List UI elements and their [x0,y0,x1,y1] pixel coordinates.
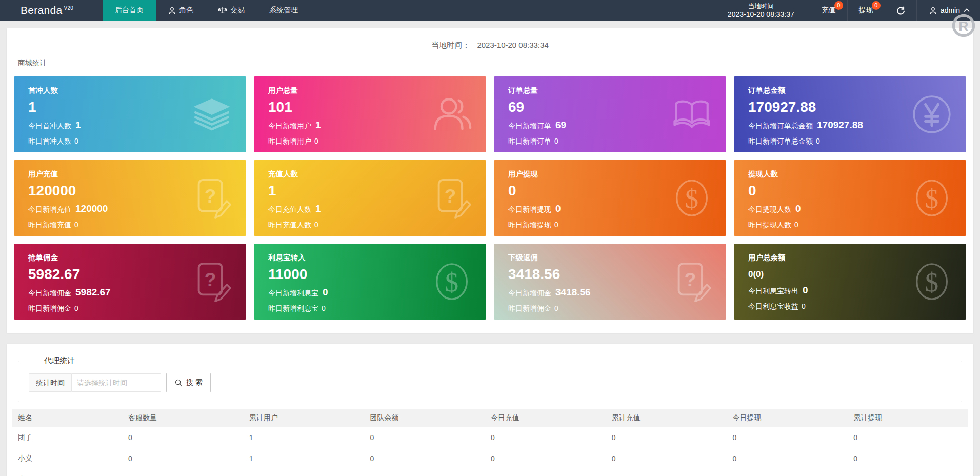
users-icon [431,93,473,135]
stat-card: 订单总金额170927.88今日新增订单总金额170927.88昨日新增订单总金… [734,76,966,152]
yuan-icon [911,93,953,135]
card-line: 昨日新增利息宝0 [268,303,430,313]
card-line: 昨日新增充值0 [28,220,190,230]
card-line-label: 昨日新增用户 [268,137,311,145]
card-value: 11000 [268,267,430,282]
table-header-cell: 累计用户 [243,409,364,427]
card-line-value: 0 [816,137,820,145]
card-line-value: 170927.88 [817,120,863,130]
table-cell: 0 [727,448,848,469]
card-title: 用户总余额 [748,253,910,263]
card-line-label: 昨日新增订单总金额 [748,137,813,145]
dollar-icon: $ [911,177,953,219]
section-title: 商城统计 [18,58,966,68]
svg-text:?: ? [445,185,456,207]
card-line: 昨日首冲人数0 [28,136,190,146]
main-content: 当地时间： 2023-10-20 08:33:34 商城统计 首冲人数1今日首冲… [0,21,980,476]
card-value: 3418.56 [508,267,670,282]
edit-doc-icon: ? [671,261,713,303]
withdraw-button[interactable]: 提现 0 [847,0,885,21]
card-line-value: 0 [74,137,78,145]
card-title: 用户总量 [268,86,430,95]
chevron-up-icon [964,8,970,12]
table-row: 小洋0100000 [12,469,968,476]
stat-time-input[interactable] [72,373,161,392]
card-line: 今日充值人数1 [268,204,430,214]
stat-card: 利息宝转入11000今日新增利息宝0昨日新增利息宝0 $ [254,244,486,320]
recharge-label: 充值 [822,6,836,15]
card-value: 120000 [28,183,190,199]
nav-item-label: 系统管理 [269,6,298,15]
table-cell: 0 [122,427,243,448]
top-navbar: Beranda V20 后台首页 角色 交易系统管理 当地时间 2023-10-… [0,0,980,21]
card-line-label: 今日新增订单总金额 [748,122,813,130]
card-line-value: 3418.56 [555,287,591,298]
card-value: 1 [28,100,190,115]
card-line-value: 0 [322,304,326,312]
table-cell: 0 [122,448,243,469]
card-line: 今日首冲人数1 [28,120,190,131]
stats-grid: 首冲人数1今日首冲人数1昨日首冲人数0 用户总量101今日新增用户1昨日新增用户… [14,76,966,320]
stat-card: 抢单佣金5982.67今日新增佣金5982.67昨日新增佣金0 ? [14,244,246,320]
card-line: 今日利息宝收益0 [748,301,910,311]
card-value: 0 [508,183,670,199]
card-line: 昨日新增提现0 [508,220,670,230]
card-line-value: 69 [555,120,566,130]
navbar-local-time: 当地时间 2023-10-20 08:33:37 [712,0,810,21]
svg-text:$: $ [925,267,938,297]
refresh-button[interactable] [885,0,916,21]
overview-local-time: 当地时间： 2023-10-20 08:33:34 [14,41,966,50]
nav-item-label: 角色 [179,6,193,15]
search-button[interactable]: 搜 索 [166,373,211,392]
card-line-value: 0 [314,137,318,145]
person-icon [168,7,176,14]
recharge-badge: 0 [834,1,843,10]
local-time-label: 当地时间 [748,2,774,10]
table-cell: 小洋 [12,469,122,476]
stat-card: 用户总余额0(0)今日利息宝转出0今日利息宝收益0 $ [734,244,966,320]
table-cell: 1 [243,427,364,448]
card-value: 0(0) [748,269,910,280]
agent-filter-row: 统计时间 搜 索 [29,373,951,392]
card-title: 用户充值 [28,169,190,179]
table-cell: 团子 [12,427,122,448]
card-value: 5982.67 [28,267,190,282]
card-line-label: 昨日提现人数 [748,221,791,229]
card-line: 今日新增订单总金额170927.88 [748,120,910,131]
table-cell: 0 [606,469,727,476]
card-line-label: 昨日充值人数 [268,221,311,229]
card-line-label: 昨日新增订单 [508,137,551,145]
nav-item-home[interactable]: 后台首页 [103,0,156,21]
table-cell: 0 [847,427,968,448]
stat-time-label: 统计时间 [29,373,72,392]
table-header-cell: 累计充值 [606,409,727,427]
book-icon [671,93,713,135]
overview-time-value: 2023-10-20 08:33:34 [477,41,548,49]
local-time-value: 2023-10-20 08:33:37 [728,10,794,19]
table-header-cell: 客服数量 [122,409,243,427]
refresh-icon [896,6,905,15]
stat-card: 提现人数0今日提现人数0昨日提现人数0 $ [734,160,966,236]
recharge-button[interactable]: 充值 0 [810,0,847,21]
nav-item-trade[interactable]: 交易 [206,0,257,21]
table-cell: 0 [485,427,606,448]
table-cell: 0 [727,427,848,448]
card-title: 提现人数 [748,169,910,179]
nav-item-system[interactable]: 系统管理 [257,0,310,21]
card-line-label: 今日提现人数 [748,205,791,213]
card-line: 昨日提现人数0 [748,220,910,230]
card-line-label: 昨日新增利息宝 [268,304,318,312]
card-line: 昨日新增佣金0 [508,303,670,313]
card-line-label: 昨日新增佣金 [28,304,71,312]
card-line-label: 今日新增提现 [508,205,551,213]
nav-item-roles[interactable]: 角色 [156,0,206,21]
agent-panel: 代理统计 统计时间 搜 索 姓名客服数量累计用户团队余额今日充值累计充值今日提现… [7,344,973,476]
card-line-label: 今日新增用户 [268,122,311,130]
table-cell: 0 [606,427,727,448]
card-line: 今日新增用户1 [268,120,430,131]
card-line-label: 今日利息宝收益 [748,302,798,310]
card-line: 今日新增利息宝0 [268,287,430,298]
card-line-value: 0 [323,287,328,298]
overview-panel: 当地时间： 2023-10-20 08:33:34 商城统计 首冲人数1今日首冲… [7,28,973,333]
table-cell: 1 [243,469,364,476]
